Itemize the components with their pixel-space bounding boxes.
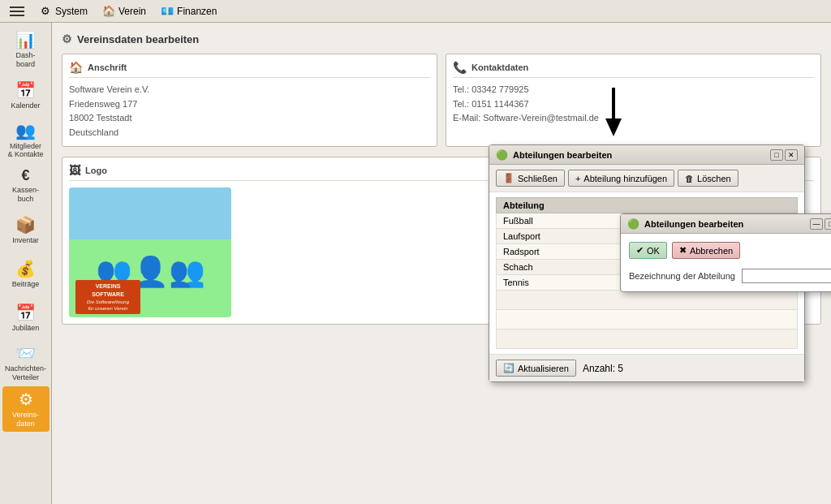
kontakt-header: 📞 Kontaktdaten: [453, 61, 814, 78]
logo-icon: 🖼: [69, 164, 80, 177]
abt-dialog-icon: 🟢: [496, 149, 508, 161]
main-layout: 📊 Dash-board 📅 Kalender 👥 Mitglieder& Ko…: [0, 23, 831, 504]
refresh-icon: 🔄: [503, 363, 515, 373]
menu-system[interactable]: ⚙ System: [32, 3, 94, 19]
abt-dialog-titlebar: 🟢 Abteilungen bearbeiten □ ✕: [489, 145, 804, 165]
mitglieder-icon: 👥: [15, 121, 36, 140]
abt-sub-dialog-icon: 🟢: [627, 218, 639, 230]
kontakt-content: Tel.: 03342 779925 Tel.: 0151 1144367 E-…: [453, 83, 814, 126]
table-row-empty: [497, 291, 798, 310]
sidebar-item-jubilaeeen[interactable]: 📅 Jubiläen: [2, 296, 50, 338]
btn-close[interactable]: 🚪 Schließen: [496, 170, 565, 187]
abt-dialog-title: 🟢 Abteilungen bearbeiten: [496, 149, 612, 161]
vereinsdaten-icon: ⚙: [19, 390, 33, 409]
btn-delete-abteilung[interactable]: 🗑 Löschen: [678, 170, 738, 187]
sidebar-item-kalender[interactable]: 📅 Kalender: [2, 74, 50, 116]
inventar-icon: 📦: [15, 215, 36, 235]
ok-checkmark-icon: ✔: [636, 245, 644, 256]
abt-sub-minimize-btn[interactable]: —: [810, 218, 823, 230]
content-area: ⚙ Vereinsdaten bearbeiten 🏠 Anschrift So…: [52, 23, 831, 504]
sidebar-item-dashboard[interactable]: 📊 Dash-board: [2, 27, 50, 72]
abt-dialog-close-btn[interactable]: ✕: [785, 149, 798, 161]
abt-dialog-controls: □ ✕: [770, 149, 798, 161]
sidebar-item-kasse[interactable]: € Kassen-buch: [2, 164, 50, 207]
finanzen-icon: 💶: [161, 5, 174, 18]
sub-btn-row: ✔ OK ✖ Abbrechen: [629, 242, 831, 259]
kontakt-card: 📞 Kontaktdaten Tel.: 03342 779925 Tel.: …: [446, 54, 821, 147]
menu-finanzen[interactable]: 💶 Finanzen: [154, 3, 223, 19]
abt-sub-dialog-controls: — □ ✕: [810, 218, 831, 230]
sub-dialog-content: ✔ OK ✖ Abbrechen Bezeichnung der Abteilu…: [621, 234, 831, 291]
book-item: VEREINSSOFTWARE Die Softwarelösungfür un…: [75, 280, 140, 314]
table-row-empty: [497, 330, 798, 349]
anschrift-content: Software Verein e.V. Friedensweg 177 180…: [69, 83, 430, 140]
abt-toolbar: 🚪 Schließen + Abteilung hinzufügen 🗑 Lös…: [489, 165, 804, 192]
abt-sub-dialog-titlebar: 🟢 Abteilungen bearbeiten — □ ✕: [621, 214, 831, 234]
menu-bar: ⚙ System 🏠 Verein 💶 Finanzen: [0, 0, 831, 23]
beitraege-icon: 💰: [15, 259, 36, 278]
anschrift-header: 🏠 Anschrift: [69, 61, 430, 78]
verein-icon: 🏠: [102, 5, 115, 18]
kontakt-icon: 📞: [453, 61, 467, 74]
menu-verein[interactable]: 🏠 Verein: [96, 3, 153, 19]
btn-ok[interactable]: ✔ OK: [629, 242, 667, 259]
abt-table-header: Abteilung: [497, 198, 798, 213]
cards-row: 🏠 Anschrift Software Verein e.V. Frieden…: [62, 54, 821, 147]
arrow-annotation: [605, 88, 622, 136]
table-row-empty: [497, 310, 798, 330]
close-icon: 🚪: [503, 173, 515, 183]
abt-sub-dialog-title: 🟢 Abteilungen bearbeiten: [627, 218, 743, 230]
btn-refresh[interactable]: 🔄 Aktualisieren: [496, 360, 576, 377]
bezeichnung-label: Bezeichnung der Abteilung: [629, 271, 735, 281]
bezeichnung-input[interactable]: [742, 269, 831, 283]
section-title: ⚙ Vereinsdaten bearbeiten: [62, 32, 821, 45]
sidebar-item-vereinsdaten[interactable]: ⚙ Vereins-daten: [2, 386, 50, 432]
abt-dialog-maximize-btn[interactable]: □: [770, 149, 783, 161]
nachrichten-icon: 📨: [15, 343, 36, 363]
cancel-x-icon: ✖: [679, 245, 687, 256]
add-icon: +: [575, 174, 580, 183]
abt-sub-maximize-btn[interactable]: □: [825, 218, 831, 230]
hamburger-menu[interactable]: [3, 2, 31, 21]
abt-count: Anzahl: 5: [583, 363, 623, 374]
anschrift-icon: 🏠: [69, 61, 83, 74]
jubilaeeen-icon: 📅: [15, 303, 36, 322]
logo-inner: 👥👤👥 VEREINSSOFTWARE Die Softwarelösungfü…: [69, 187, 231, 317]
system-icon: ⚙: [39, 5, 52, 18]
sidebar-item-beitraege[interactable]: 💰 Beiträge: [2, 252, 50, 295]
dashboard-icon: 📊: [15, 30, 36, 50]
abt-sub-dialog: 🟢 Abteilungen bearbeiten — □ ✕ ✔ OK ✖: [620, 213, 831, 292]
trash-icon: 🗑: [685, 174, 694, 183]
sidebar-item-mitglieder[interactable]: 👥 Mitglieder& Kontakte: [2, 118, 50, 163]
btn-cancel[interactable]: ✖ Abbrechen: [672, 242, 740, 259]
section-gear-icon: ⚙: [62, 32, 72, 45]
sidebar-item-inventar[interactable]: 📦 Inventar: [2, 209, 50, 251]
bezeichnung-row: Bezeichnung der Abteilung: [629, 269, 831, 283]
kalender-icon: 📅: [15, 80, 36, 100]
anschrift-card: 🏠 Anschrift Software Verein e.V. Frieden…: [62, 54, 437, 147]
abt-footer: 🔄 Aktualisieren Anzahl: 5: [489, 354, 804, 381]
kasse-icon: €: [21, 167, 29, 184]
sidebar: 📊 Dash-board 📅 Kalender 👥 Mitglieder& Ko…: [0, 23, 52, 504]
btn-add-abteilung[interactable]: + Abteilung hinzufügen: [568, 170, 674, 187]
logo-image: 👥👤👥 VEREINSSOFTWARE Die Softwarelösungfü…: [69, 187, 231, 317]
sidebar-item-nachrichten[interactable]: 📨 Nachrichten-Verteiler: [2, 340, 50, 386]
